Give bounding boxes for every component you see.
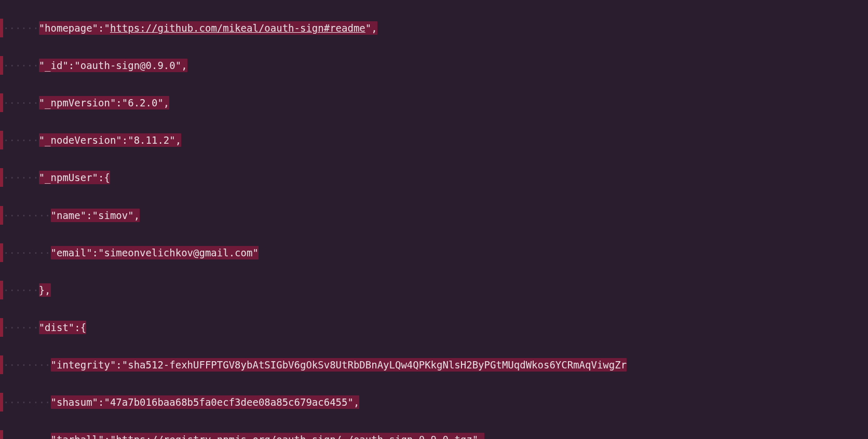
code-line: ······"_npmVersion":"6.2.0",	[0, 93, 868, 112]
code-line: ······},	[0, 281, 868, 299]
code-line: ······"homepage":"https://github.com/mik…	[0, 19, 868, 37]
code-line: ········"tarball":"https://registry.npmj…	[0, 430, 868, 439]
code-line: ········"integrity":"sha512-fexhUFFPTGV8…	[0, 355, 868, 374]
code-text: "	[39, 22, 45, 34]
code-text: "tarball":"	[51, 434, 116, 439]
whitespace: ········	[3, 359, 51, 371]
code-text: ":"	[92, 22, 110, 34]
code-text: "email":"simeonvelichkov@gmail.com"	[51, 246, 259, 259]
code-line: ········"name":"simov",	[0, 206, 868, 225]
whitespace: ········	[3, 210, 51, 221]
code-text: "dist":{	[39, 321, 87, 334]
url-link[interactable]: https://github.com/mikeal/oauth-sign#rea…	[110, 22, 365, 34]
code-line: ······"_npmUser":{	[0, 168, 868, 187]
code-line: ········"shasum":"47a7b016baa68b5fa0ecf3…	[0, 393, 868, 411]
code-line: ········"email":"simeonvelichkov@gmail.c…	[0, 243, 868, 262]
code-text: ",	[472, 434, 484, 439]
code-text: "_nodeVersion":"8.11.2",	[39, 133, 182, 147]
whitespace: ········	[3, 247, 51, 258]
code-text: "_npmUser":{	[39, 171, 110, 184]
whitespace: ······	[3, 172, 39, 183]
code-editor[interactable]: ······"homepage":"https://github.com/mik…	[0, 0, 868, 439]
code-line: ······"_id":"oauth-sign@0.9.0",	[0, 56, 868, 75]
code-text: "shasum":"47a7b016baa68b5fa0ecf3dee08a85…	[51, 395, 360, 409]
whitespace: ······	[3, 60, 39, 71]
whitespace: ······	[3, 322, 39, 333]
url-link[interactable]: https://registry.npmjs.org/oauth-sign/-/…	[116, 434, 472, 439]
whitespace: ········	[3, 396, 51, 408]
code-text: ",	[365, 22, 377, 34]
whitespace: ······	[3, 97, 39, 108]
code-text: "_id":"oauth-sign@0.9.0",	[39, 59, 187, 72]
code-line: ······"dist":{	[0, 318, 868, 337]
whitespace: ········	[3, 434, 51, 439]
code-text: "integrity":"sha512-fexhUFFPTGV8ybAtSIGb…	[51, 358, 627, 372]
code-text: },	[39, 283, 51, 297]
whitespace: ······	[3, 22, 39, 34]
code-text: "_npmVersion":"6.2.0",	[39, 96, 170, 109]
code-line: ······"_nodeVersion":"8.11.2",	[0, 131, 868, 149]
whitespace: ······	[3, 134, 39, 146]
whitespace: ······	[3, 284, 39, 296]
code-text: "name":"simov",	[51, 209, 140, 222]
